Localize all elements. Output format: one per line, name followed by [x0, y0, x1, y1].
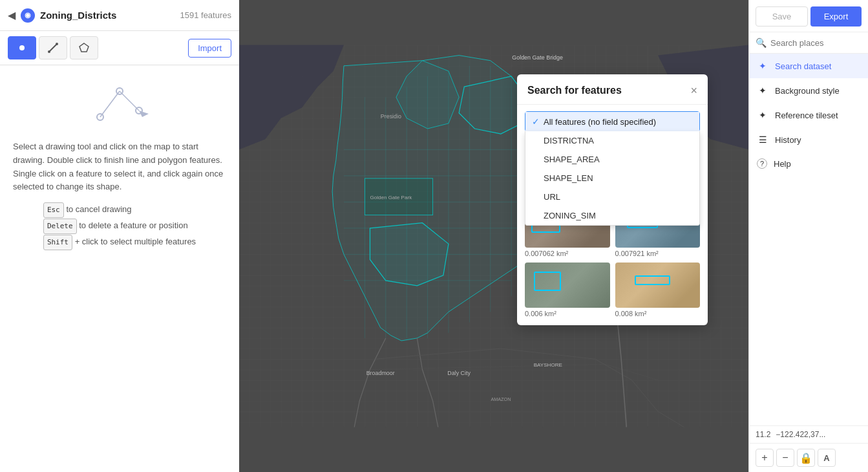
feature-outline-6: [635, 275, 670, 285]
result-card-5[interactable]: 0.006 km²: [525, 263, 610, 317]
line-tool-button[interactable]: [39, 36, 67, 59]
history-label: History: [775, 135, 801, 145]
reference-tileset-menu-item[interactable]: ✦ Reference tileset: [749, 103, 868, 127]
broadmoor-label: Broadmoor: [366, 370, 395, 376]
help-menu-item[interactable]: ? Help: [749, 152, 868, 175]
search-places-row: 🔍: [749, 32, 868, 54]
sidebar: ◀ ◉ Zoning_Districts 1591 features Impor…: [0, 0, 239, 472]
map-area[interactable]: Golden Gate Bridge Presidio Golden Gate …: [239, 0, 748, 472]
search-dataset-menu-item[interactable]: ✦ Search dataset: [749, 54, 868, 78]
shift-key: Shift: [43, 235, 72, 250]
line-icon: [48, 43, 58, 53]
dropdown-item-url[interactable]: URL: [525, 188, 699, 206]
field-dropdown-container: ✓ All features (no field specified) DIST…: [517, 105, 708, 137]
zoom-in-button[interactable]: +: [756, 449, 774, 467]
bayshore-label: BAYSHORE: [534, 362, 563, 368]
zoom-controls: + − 🔒 A: [749, 444, 868, 472]
help-label: Help: [774, 159, 791, 169]
history-icon: ☰: [757, 134, 768, 145]
background-style-menu-item[interactable]: ✦ Background style: [749, 78, 868, 103]
svg-marker-3: [79, 43, 89, 52]
save-button[interactable]: Save: [756, 6, 808, 27]
back-button[interactable]: ◀: [8, 9, 16, 21]
delete-key: Delete: [43, 219, 77, 234]
result-thumb-6: [615, 263, 701, 308]
esc-key: Esc: [43, 202, 64, 218]
result-card-6[interactable]: 0.008 km²: [615, 263, 701, 317]
dropdown-item-districtna[interactable]: DISTRICTNA: [525, 131, 699, 150]
result-size-3: 0.007062 km²: [525, 250, 610, 257]
dropdown-list: DISTRICTNA SHAPE_AREA SHAPE_LEN URL ZONI…: [525, 131, 700, 226]
zoom-out-button[interactable]: −: [776, 449, 794, 467]
search-dataset-label: Search dataset: [775, 61, 831, 71]
drawing-instructions: Select a drawing tool and click on the m…: [13, 140, 226, 194]
point-icon: [17, 43, 27, 53]
svg-line-8: [120, 91, 139, 111]
feature-outline-5: [534, 272, 561, 291]
presidio-label: Presidio: [381, 113, 401, 120]
export-button[interactable]: Export: [810, 6, 862, 27]
search-dataset-icon: ✦: [757, 60, 768, 72]
daly-city-label: Daly City: [447, 370, 471, 376]
search-panel-close-button[interactable]: ×: [690, 85, 697, 96]
search-places-input[interactable]: [770, 38, 868, 48]
result-size-6: 0.008 km²: [615, 310, 701, 317]
toolbar: Import: [0, 31, 239, 65]
feature-count: 1591 features: [180, 10, 231, 20]
history-menu-item[interactable]: ☰ History: [749, 127, 868, 152]
result-thumb-5: [525, 263, 610, 308]
dropdown-selected-item[interactable]: ✓ All features (no field specified): [525, 112, 699, 131]
help-icon: ?: [757, 158, 767, 169]
accessibility-button[interactable]: A: [818, 449, 836, 467]
reference-tileset-icon: ✦: [757, 109, 768, 121]
result-size-4: 0.007921 km²: [615, 250, 701, 257]
golden-gate-park-label: Golden Gate Park: [370, 195, 413, 200]
svg-point-2: [56, 43, 58, 45]
search-panel-header: Search for features ×: [517, 74, 708, 105]
check-icon: ✓: [532, 116, 540, 127]
polygon-icon: [79, 43, 89, 53]
golden-gate-label: Golden Gate Bridge: [512, 54, 563, 61]
drawing-illustration: [87, 78, 152, 130]
header: ◀ ◉ Zoning_Districts 1591 features: [0, 0, 239, 31]
polygon-tool-button[interactable]: [70, 36, 98, 59]
search-panel-title: Search for features: [527, 85, 622, 96]
coords-bar: 11.2 −122.422,37...: [749, 425, 868, 444]
amazon-label: AMAZON: [491, 396, 511, 402]
key-instructions: Esc to cancel drawing Delete to delete a…: [43, 202, 196, 250]
lock-button[interactable]: 🔒: [797, 449, 815, 467]
dropdown-item-shape-area[interactable]: SHAPE_AREA: [525, 150, 699, 169]
reference-tileset-label: Reference tileset: [775, 111, 838, 120]
zoom-level: 11.2: [756, 430, 770, 439]
coordinates: −122.422,37...: [776, 430, 825, 439]
point-tool-button[interactable]: [8, 36, 36, 59]
logo-icon: ◉: [21, 8, 35, 23]
search-for-features-panel: Search for features × ✓ All features (no…: [517, 74, 708, 325]
dataset-title: Zoning_Districts: [40, 10, 175, 21]
drawing-area: Select a drawing tool and click on the m…: [0, 65, 239, 472]
background-style-icon: ✦: [757, 85, 768, 96]
dropdown-item-zoning-sim[interactable]: ZONING_SIM: [525, 206, 699, 225]
right-actions: Save Export: [749, 0, 868, 32]
search-places-icon: 🔍: [756, 38, 767, 48]
dropdown-item-shape-len[interactable]: SHAPE_LEN: [525, 169, 699, 188]
import-button[interactable]: Import: [188, 39, 231, 58]
dropdown-selected-label: All features (no field specified): [544, 117, 656, 127]
result-size-5: 0.006 km²: [525, 310, 610, 317]
svg-line-7: [100, 91, 120, 117]
field-dropdown[interactable]: ✓ All features (no field specified) DIST…: [525, 111, 700, 132]
svg-point-0: [19, 45, 25, 50]
right-panel: Save Export 🔍 ✦ Search dataset ✦ Backgro…: [748, 0, 868, 472]
background-style-label: Background style: [775, 86, 840, 96]
svg-point-1: [48, 50, 50, 53]
